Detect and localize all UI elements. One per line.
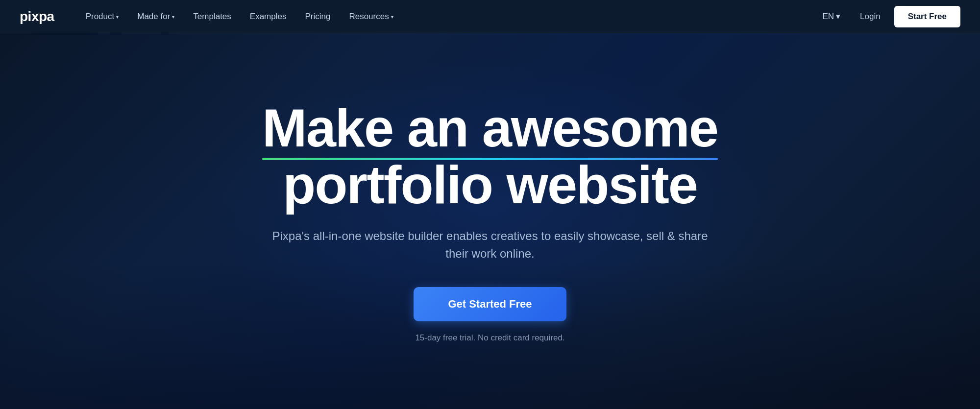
hero-content: Make an awesome portfolio website Pixpa'… <box>243 99 737 343</box>
get-started-button[interactable]: Get Started Free <box>414 287 566 321</box>
nav-item-templates[interactable]: Templates <box>185 8 239 25</box>
hero-title-underline-container: Make an awesome <box>262 99 718 156</box>
logo-text: pixpa <box>20 9 54 24</box>
login-button[interactable]: Login <box>850 8 890 25</box>
navbar: pixpa Product ▾ Made for ▾ Templates Exa… <box>0 0 980 33</box>
logo[interactable]: pixpa <box>20 9 54 24</box>
nav-item-resources-label: Resources <box>349 12 389 22</box>
chevron-down-icon: ▾ <box>172 14 174 20</box>
language-label: EN <box>822 12 834 22</box>
hero-section: Make an awesome portfolio website Pixpa'… <box>0 0 980 409</box>
nav-item-product-label: Product <box>86 12 115 22</box>
nav-item-examples[interactable]: Examples <box>242 8 294 25</box>
nav-right: EN ▾ Login Start Free <box>816 6 960 27</box>
chevron-down-icon: ▾ <box>116 14 119 20</box>
nav-links: Product ▾ Made for ▾ Templates Examples … <box>78 8 817 25</box>
nav-item-made-for[interactable]: Made for ▾ <box>129 8 182 25</box>
nav-item-pricing[interactable]: Pricing <box>297 8 338 25</box>
nav-item-made-for-label: Made for <box>137 12 170 22</box>
nav-item-product[interactable]: Product ▾ <box>78 8 127 25</box>
hero-title-line2: portfolio website <box>262 156 718 213</box>
hero-title-line1: Make an awesome <box>262 99 718 156</box>
nav-item-resources[interactable]: Resources ▾ <box>341 8 401 25</box>
trial-text: 15-day free trial. No credit card requir… <box>262 333 718 343</box>
nav-item-templates-label: Templates <box>193 12 231 22</box>
title-underline-decoration <box>262 158 718 160</box>
hero-subtitle: Pixpa's all-in-one website builder enabl… <box>270 227 710 263</box>
hero-title: Make an awesome portfolio website <box>262 99 718 213</box>
start-free-button[interactable]: Start Free <box>894 6 960 27</box>
hero-cta-container: Get Started Free <box>262 287 718 333</box>
chevron-down-icon: ▾ <box>836 11 840 22</box>
nav-item-examples-label: Examples <box>250 12 287 22</box>
language-selector[interactable]: EN ▾ <box>816 7 846 25</box>
chevron-down-icon: ▾ <box>391 14 393 20</box>
nav-item-pricing-label: Pricing <box>305 12 330 22</box>
